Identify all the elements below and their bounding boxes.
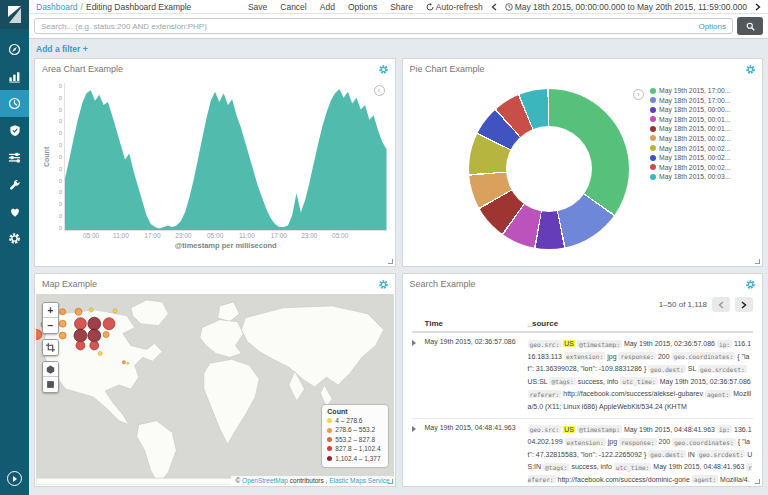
time-back-button[interactable]: [491, 3, 497, 11]
map-bubble[interactable]: [88, 329, 101, 342]
map-bubble[interactable]: [122, 361, 125, 364]
sidebar-item-shield[interactable]: [0, 117, 29, 144]
legend-color-dot: [650, 107, 656, 113]
map-draw-rectangle-button[interactable]: [43, 377, 58, 392]
map-draw-polygon-button[interactable]: [43, 362, 58, 377]
map-bubble[interactable]: [59, 332, 66, 339]
donut-chart[interactable]: [469, 89, 629, 249]
time-range-picker[interactable]: May 18th 2015, 00:00:00.000 to May 20th …: [505, 2, 747, 12]
kibana-logo[interactable]: [0, 0, 29, 29]
legend-item[interactable]: May 18th 2015, 00:03...: [650, 173, 756, 180]
map-canvas[interactable]: + −: [36, 294, 394, 485]
panel-settings-button[interactable]: [378, 279, 389, 290]
expand-row-button[interactable]: [412, 338, 425, 346]
legend-item[interactable]: May 18th 2015, 00:02...: [650, 145, 756, 152]
legend-item[interactable]: May 18th 2015, 00:01...: [650, 116, 756, 123]
search-submit-button[interactable]: [737, 17, 763, 35]
topnav-menu-item-save[interactable]: Save: [248, 2, 267, 12]
legend-toggle-button[interactable]: ‹: [374, 85, 385, 96]
topnav-menu-item-share[interactable]: Share: [390, 2, 413, 12]
topnav-menu-item-add[interactable]: Add: [320, 2, 335, 12]
legend-item[interactable]: May 18th 2015, 00:00...: [650, 106, 756, 113]
map-bubble[interactable]: [127, 362, 129, 364]
legend-color-dot: [650, 164, 656, 170]
map-bubble[interactable]: [90, 341, 99, 350]
results-table-body: May 19th 2015, 02:36:57.086geo.src: US @…: [412, 333, 754, 487]
sidebar-item-discover[interactable]: [0, 36, 29, 63]
row-source: geo.src: US @timestamp: May 19th 2015, 0…: [528, 424, 754, 487]
map-legend-label: 827.8 – 1,102.4: [335, 444, 380, 453]
dashboard-grid: Area Chart Example Count 0000000000000: [34, 58, 763, 487]
panel-resize-handle[interactable]: [755, 479, 760, 484]
legend-label: May 18th 2015, 00:02...: [659, 145, 730, 152]
search-input[interactable]: [41, 22, 698, 31]
legend-item[interactable]: May 18th 2015, 00:02...: [650, 154, 756, 161]
panel-search: Search Example 1–50 of 1,118: [402, 273, 764, 487]
legend-item[interactable]: May 18th 2015, 00:02...: [650, 164, 756, 171]
legend-toggle-button[interactable]: ›: [633, 89, 644, 100]
field-key: referer:: [528, 390, 562, 398]
map-zoom-out-button[interactable]: −: [43, 318, 58, 333]
legend-item[interactable]: May 18th 2015, 00:02...: [650, 135, 756, 142]
expand-row-button[interactable]: [412, 424, 425, 432]
legend-item[interactable]: May 18th 2015, 17:00...: [650, 97, 756, 104]
auto-refresh-button[interactable]: Auto-refresh: [426, 2, 483, 12]
sidebar-item-indices[interactable]: [0, 144, 29, 171]
field-key: response:: [618, 352, 656, 360]
map-bubble[interactable]: [59, 320, 66, 327]
map-bubble[interactable]: [89, 308, 93, 312]
panel-settings-button[interactable]: [745, 64, 756, 75]
legend-item[interactable]: May 19th 2015, 17:00...: [650, 87, 756, 94]
panel-settings-button[interactable]: [378, 64, 389, 75]
column-header-time[interactable]: Time: [425, 319, 528, 328]
previous-page-button[interactable]: [712, 297, 730, 312]
panel-resize-handle[interactable]: [388, 259, 393, 264]
legend-color-dot: [327, 418, 332, 423]
map-bubble[interactable]: [75, 318, 87, 330]
legend-item[interactable]: May 18th 2015, 00:01...: [650, 125, 756, 132]
map-bubble[interactable]: [74, 329, 87, 342]
sidebar-collapse-button[interactable]: [7, 471, 22, 486]
panel-resize-handle[interactable]: [388, 479, 393, 484]
dashboard-clock-icon: [8, 97, 21, 110]
search-options-link[interactable]: Options: [698, 22, 726, 31]
time-forward-button[interactable]: [755, 3, 761, 11]
map-zoom-in-button[interactable]: +: [43, 303, 58, 318]
elastic-maps-service-link[interactable]: Elastic Maps Service: [329, 477, 389, 484]
map-bubble[interactable]: [76, 341, 85, 350]
breadcrumb-page-title: Editing Dashboard Example: [86, 2, 191, 12]
map-bubble[interactable]: [103, 332, 109, 338]
legend-label: May 18th 2015, 00:02...: [659, 135, 730, 142]
panel-settings-button[interactable]: [745, 279, 756, 290]
area-plot[interactable]: ‹: [64, 83, 387, 231]
sidebar-item-settings[interactable]: [0, 225, 29, 252]
topnav-menu-item-cancel[interactable]: Cancel: [280, 2, 306, 12]
map-bubble[interactable]: [60, 309, 66, 315]
add-filter-link[interactable]: Add a filter +: [36, 44, 88, 54]
sidebar-item-dev-tools[interactable]: [0, 171, 29, 198]
panel-resize-handle[interactable]: [755, 259, 760, 264]
sidebar-item-dashboard[interactable]: [0, 90, 29, 117]
map-bubble[interactable]: [103, 318, 115, 330]
openstreetmap-link[interactable]: OpenStreetMap: [242, 477, 288, 484]
breadcrumb-dashboard-link[interactable]: Dashboard: [36, 2, 78, 12]
y-tick-label: 0: [53, 107, 62, 113]
legend-label: May 18th 2015, 00:02...: [659, 154, 730, 161]
map-bubble[interactable]: [75, 308, 82, 315]
y-tick-label: 0: [53, 166, 62, 172]
breadcrumb-separator: /: [81, 2, 83, 12]
legend-label: May 18th 2015, 17:00...: [659, 97, 730, 104]
map-bubble[interactable]: [113, 309, 117, 313]
sidebar-item-status[interactable]: [0, 198, 29, 225]
map-bubble[interactable]: [88, 317, 101, 330]
topnav-menu-item-options[interactable]: Options: [348, 2, 377, 12]
pie-legend: May 19th 2015, 17:00...May 18th 2015, 17…: [650, 87, 756, 183]
map-fit-bounds-button[interactable]: [43, 340, 58, 355]
panel-map: Map Example: [34, 273, 396, 487]
y-tick-label: 0: [53, 118, 62, 124]
next-page-button[interactable]: [735, 297, 753, 312]
column-header-source[interactable]: _source: [528, 319, 754, 328]
sidebar-item-visualize[interactable]: [0, 63, 29, 90]
map-bubble[interactable]: [98, 351, 102, 355]
legend-color-dot: [327, 437, 332, 442]
